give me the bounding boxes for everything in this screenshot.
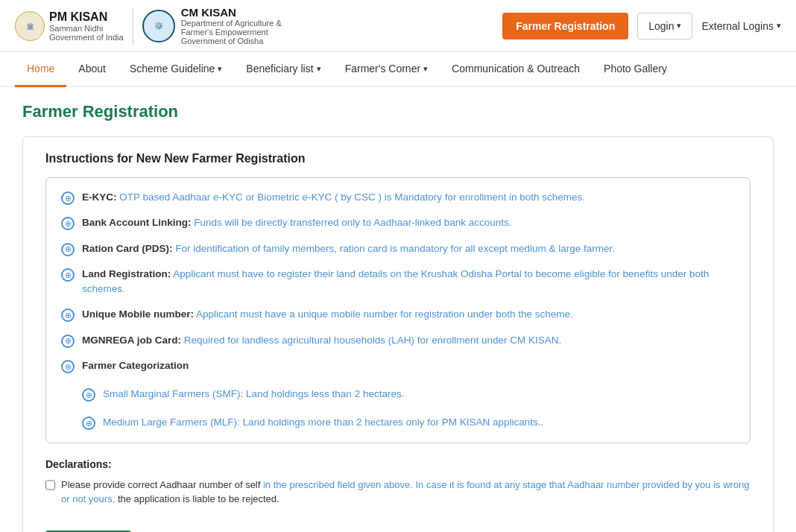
declarations-section: Declarations: Please provide correct Aad… bbox=[45, 458, 751, 507]
nav-item-communication[interactable]: Communication & Outreach bbox=[440, 52, 592, 87]
instructions-box: ⊕ E-KYC: OTP based Aadhaar e-KYC or Biom… bbox=[45, 177, 751, 443]
cm-kisan-sub3: Government of Odisha bbox=[181, 37, 282, 45]
mobile-text: Unique Mobile number: Applicant must hav… bbox=[82, 307, 573, 322]
cm-kisan-sub2: Farmer's Empowerment bbox=[181, 28, 282, 37]
cm-kisan-title: CM KISAN bbox=[181, 6, 282, 19]
nav-item-farmers-corner[interactable]: Farmer's Corner ▾ bbox=[333, 52, 440, 87]
categorization-bold: Farmer Categorization bbox=[82, 358, 189, 373]
ekyc-text: E-KYC: OTP based Aadhaar e-KYC or Biomet… bbox=[82, 190, 585, 205]
header: 🏛️ PM KISAN Samman Nidhi Government of I… bbox=[0, 0, 796, 52]
navigation: Home About Scheme Guideline ▾ Beneficiar… bbox=[0, 52, 796, 87]
mgnrega-desc: Required for landless agricultural house… bbox=[184, 335, 562, 346]
header-divider bbox=[133, 7, 133, 45]
land-icon: ⊕ bbox=[61, 268, 75, 282]
nav-about-label: About bbox=[78, 63, 106, 75]
instruction-mgnrega: ⊕ MGNREGA job Card: Required for landles… bbox=[61, 333, 735, 348]
cm-kisan-sub1: Department of Agriculture & bbox=[181, 19, 282, 28]
mlf-icon: ⊕ bbox=[82, 417, 95, 430]
farmer-registration-card: Instructions for New New Farmer Registra… bbox=[22, 136, 774, 532]
instruction-ekyc: ⊕ E-KYC: OTP based Aadhaar e-KYC or Biom… bbox=[61, 190, 735, 205]
scheme-chevron-icon: ▾ bbox=[218, 64, 222, 74]
mobile-bold: Unique Mobile number: bbox=[82, 308, 194, 320]
nav-item-scheme-guideline[interactable]: Scheme Guideline ▾ bbox=[118, 52, 234, 87]
sub-item-mlf: ⊕ Medium Large Farmers (MLF): Land holdi… bbox=[82, 415, 543, 430]
nav-communication-label: Communication & Outreach bbox=[452, 63, 580, 75]
sub-item-smf: ⊕ Small Marginal Farmers (SMF): Land hol… bbox=[82, 387, 404, 402]
bank-icon: ⊕ bbox=[61, 217, 75, 230]
land-bold: Land Registration: bbox=[82, 268, 171, 279]
mobile-icon: ⊕ bbox=[61, 308, 75, 322]
nav-item-beneficiary-list[interactable]: Beneficiary list ▾ bbox=[234, 52, 332, 87]
pm-kisan-sub1: Samman Nidhi bbox=[49, 24, 124, 33]
instruction-categorization: ⊕ Farmer Categorization ⊕ Small Marginal… bbox=[61, 358, 735, 431]
categorization-icon: ⊕ bbox=[61, 360, 75, 373]
declaration-row: Please provide correct Aadhaar number of… bbox=[45, 478, 751, 507]
bank-desc: Funds will be directly transferred only … bbox=[194, 217, 511, 228]
ration-text: Ration Card (PDS): For identification of… bbox=[82, 241, 615, 256]
instruction-mobile: ⊕ Unique Mobile number: Applicant must h… bbox=[61, 307, 735, 322]
instruction-bank: ⊕ Bank Account Linking: Funds will be di… bbox=[61, 215, 735, 230]
declaration-highlight: in the prescribed field given above. In … bbox=[61, 479, 750, 505]
declaration-text: Please provide correct Aadhaar number of… bbox=[61, 478, 751, 507]
nav-item-photo-gallery[interactable]: Photo Gallery bbox=[592, 52, 679, 87]
nav-beneficiary-label: Beneficiary list bbox=[246, 63, 313, 75]
login-label: Login bbox=[648, 20, 674, 32]
pm-kisan-logo: 🏛️ PM KISAN Samman Nidhi Government of I… bbox=[15, 10, 124, 42]
ekyc-desc: OTP based Aadhaar e-KYC or Biometric e-K… bbox=[119, 191, 585, 203]
beneficiary-chevron-icon: ▾ bbox=[317, 64, 321, 74]
instructions-heading: Instructions for New New Farmer Registra… bbox=[45, 152, 751, 165]
land-text: Land Registration: Applicant must have t… bbox=[82, 267, 735, 297]
nav-scheme-label: Scheme Guideline bbox=[130, 63, 215, 75]
header-logos: 🏛️ PM KISAN Samman Nidhi Government of I… bbox=[15, 6, 282, 45]
login-button[interactable]: Login ▾ bbox=[637, 13, 692, 39]
pm-kisan-sub2: Government of India bbox=[49, 33, 124, 42]
login-chevron-icon: ▾ bbox=[677, 21, 681, 31]
cm-emblem: ⚙️ bbox=[142, 10, 175, 42]
declaration-checkbox[interactable] bbox=[45, 480, 55, 490]
ration-icon: ⊕ bbox=[61, 243, 75, 256]
nav-farmers-label: Farmer's Corner bbox=[345, 63, 420, 75]
page-title: Farmer Registration bbox=[22, 102, 774, 121]
header-actions: Farmer Registration Login ▾ External Log… bbox=[502, 13, 781, 39]
nav-item-about[interactable]: About bbox=[66, 52, 118, 87]
nav-photo-label: Photo Gallery bbox=[604, 63, 667, 75]
smf-text: Small Marginal Farmers (SMF): Land holdi… bbox=[103, 387, 404, 402]
bank-bold: Bank Account Linking: bbox=[82, 217, 192, 228]
bank-text: Bank Account Linking: Funds will be dire… bbox=[82, 215, 512, 230]
instruction-land: ⊕ Land Registration: Applicant must have… bbox=[61, 267, 735, 297]
external-login-label: External Logins bbox=[701, 20, 774, 32]
cm-kisan-logo: ⚙️ CM KISAN Department of Agriculture & … bbox=[142, 6, 282, 45]
external-logins-button[interactable]: External Logins ▾ bbox=[701, 20, 781, 32]
external-login-chevron-icon: ▾ bbox=[777, 21, 781, 31]
pm-kisan-title: PM KISAN bbox=[49, 10, 124, 24]
mgnrega-icon: ⊕ bbox=[61, 335, 75, 348]
ration-desc: For identification of family members, ra… bbox=[175, 243, 615, 254]
nav-home-label: Home bbox=[27, 63, 54, 75]
cm-kisan-text: CM KISAN Department of Agriculture & Far… bbox=[181, 6, 282, 45]
farmers-chevron-icon: ▾ bbox=[423, 64, 428, 74]
land-desc: Applicant must have to register their la… bbox=[82, 268, 709, 294]
smf-icon: ⊕ bbox=[82, 388, 95, 402]
ration-bold: Ration Card (PDS): bbox=[82, 243, 173, 254]
farmer-registration-button[interactable]: Farmer Registration bbox=[502, 13, 628, 39]
instruction-ration: ⊕ Ration Card (PDS): For identification … bbox=[61, 241, 735, 256]
declarations-label: Declarations: bbox=[45, 458, 751, 470]
mgnrega-text: MGNREGA job Card: Required for landless … bbox=[82, 333, 561, 348]
mobile-desc: Applicant must have a unique mobile numb… bbox=[196, 308, 573, 320]
ekyc-icon: ⊕ bbox=[61, 191, 75, 205]
ekyc-bold: E-KYC: bbox=[82, 191, 117, 203]
main-content: Farmer Registration Instructions for New… bbox=[0, 87, 796, 532]
mgnrega-bold: MGNREGA job Card: bbox=[82, 335, 181, 346]
mlf-text: Medium Large Farmers (MLF): Land holding… bbox=[103, 415, 543, 430]
nav-item-home[interactable]: Home bbox=[15, 52, 66, 87]
